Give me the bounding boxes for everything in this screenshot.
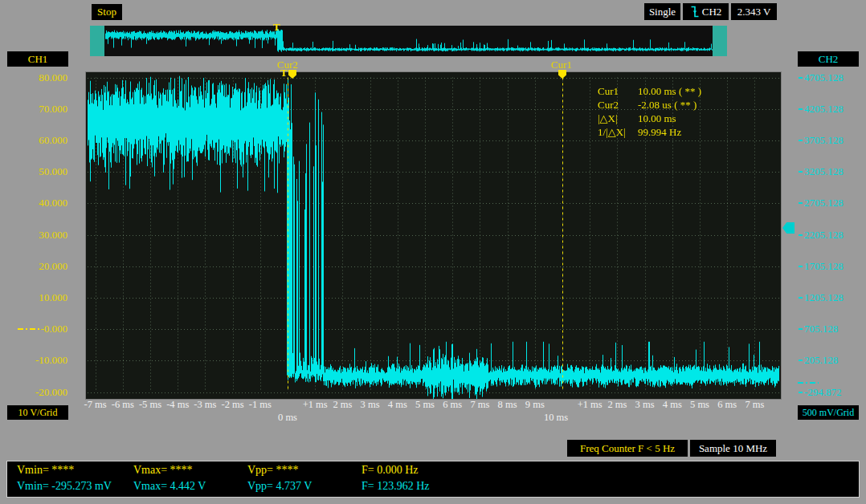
trigger-channel-label: CH2 <box>702 6 722 18</box>
ch2-axis-tick-label: 1705.128 <box>804 260 860 272</box>
ch2-axis-tick-label: 1205.128 <box>804 291 860 303</box>
ch1-axis-tick-label: 70.000 <box>5 103 67 115</box>
ch2-axis-tick-mark <box>799 77 803 79</box>
trigger-edge-icon <box>690 6 700 18</box>
x-axis-major-label: 10 ms <box>539 412 573 423</box>
ch2-axis-tick-mark <box>799 328 803 330</box>
ch1-label-box[interactable]: CH1 <box>7 51 68 67</box>
cur2-cursor-label: Cur2 <box>270 59 305 71</box>
ch2-axis-tick-mark <box>799 140 803 141</box>
cursor-readout-row: Cur110.00 ms ( ** ) <box>598 85 701 99</box>
ch1-axis-tick-label: 40.000 <box>5 197 67 209</box>
stop-button[interactable]: Stop <box>92 4 122 20</box>
readout-value: -2.08 us ( ** ) <box>638 99 696 111</box>
readout-value: 99.994 Hz <box>638 126 681 138</box>
x-axis-major-label: 0 ms <box>271 412 304 423</box>
cursor-readout: Cur110.00 ms ( ** ) Cur2-2.08 us ( ** ) … <box>598 85 701 140</box>
ch2-axis-tick-label: -294.872 <box>804 386 860 398</box>
ch2-axis-tick-label: 2205.128 <box>804 229 860 241</box>
overview-waveform-canvas <box>90 26 727 56</box>
readout-value: 10.00 ms <box>638 112 676 124</box>
ch2-axis-tick-mark <box>799 171 803 173</box>
readout-value: 10.00 ms ( ** ) <box>638 85 701 97</box>
overview-right-handle[interactable] <box>713 26 727 56</box>
cur1-cursor-label: Cur1 <box>544 59 579 71</box>
oscilloscope-app: Stop Single CH2 2.343 V T CH1 CH2 Cur2 C… <box>0 0 866 504</box>
overview-left-handle[interactable] <box>90 26 104 56</box>
ch1-axis-tick-label: 50.000 <box>5 165 67 177</box>
ch2-axis-tick-label: 3705.128 <box>804 134 860 146</box>
cursor-readout-row: 1/|△X|99.994 Hz <box>598 126 701 140</box>
record-overview-strip <box>90 26 727 56</box>
trigger-source-box[interactable]: CH2 <box>683 3 729 20</box>
x-axis-tick-label: 7 ms <box>737 399 771 410</box>
ch2-freq-value: F= 123.962 Hz <box>362 480 430 493</box>
ch2-axis-tick-mark <box>799 266 803 267</box>
freq-counter-box: Freq Counter F < 5 Hz <box>567 440 688 457</box>
trigger-level-value: 2.343 V <box>731 3 777 20</box>
ch2-axis-tick-mark <box>799 360 803 361</box>
ch2-level-marker[interactable] <box>782 222 795 234</box>
ch1-axis-tick-label: 30.000 <box>5 229 67 241</box>
ch2-axis-tick-mark <box>799 234 803 236</box>
ch2-axis-tick-mark <box>799 297 803 299</box>
ch2-axis-tick-mark <box>799 108 803 110</box>
ch2-axis-tick-label: 2705.128 <box>804 197 860 209</box>
ch2-scale-box[interactable]: 500 mV/Grid <box>798 405 859 420</box>
readout-name: |△X| <box>598 112 638 125</box>
x-axis-tick-label: 9 ms <box>518 399 552 410</box>
ch1-vmin-value: Vmin= **** <box>17 464 74 477</box>
trigger-position-marker[interactable]: T <box>280 67 288 78</box>
x-axis-tick-label: -1 ms <box>243 399 277 410</box>
ch1-axis-tick-label: -0.000 <box>5 323 67 335</box>
ch1-axis-tick-label: 80.000 <box>5 71 67 83</box>
ch2-axis-tick-label: 4705.128 <box>804 71 860 83</box>
ch2-axis-tick-label: 3205.128 <box>804 165 860 177</box>
ch2-axis-tick-label: 205.128 <box>804 354 860 366</box>
ch1-axis-tick-label: -10.000 <box>5 354 67 366</box>
measurement-panel: Vmin= **** Vmax= **** Vpp= **** F= 0.000… <box>6 461 860 498</box>
cursor-readout-row: Cur2-2.08 us ( ** ) <box>598 99 701 112</box>
ch2-ground-marker[interactable] <box>798 382 819 384</box>
ch2-axis-tick-mark <box>799 392 803 393</box>
ch1-vpp-value: Vpp= **** <box>247 464 299 477</box>
overview-trigger-marker[interactable]: T <box>273 22 280 32</box>
ch2-label-box[interactable]: CH2 <box>798 51 859 67</box>
ch2-axis-tick-label: 705.128 <box>804 323 860 335</box>
readout-name: Cur2 <box>598 99 638 112</box>
ch2-vpp-value: Vpp= 4.737 V <box>247 480 312 493</box>
ch1-axis-tick-label: 60.000 <box>5 134 67 146</box>
ch1-freq-value: F= 0.000 Hz <box>362 464 419 477</box>
single-button[interactable]: Single <box>644 3 680 20</box>
cursor-readout-row: |△X|10.00 ms <box>598 112 701 126</box>
ch2-axis-tick-label: 4205.128 <box>804 103 860 115</box>
readout-name: Cur1 <box>598 85 638 98</box>
ch1-axis-tick-label: 20.000 <box>5 260 67 272</box>
readout-name: 1/|△X| <box>598 126 638 139</box>
ch1-axis-tick-label: -20.000 <box>5 386 67 398</box>
ch2-vmax-value: Vmax= 4.442 V <box>133 480 206 493</box>
ch2-axis-tick-mark <box>799 202 803 204</box>
ch1-scale-box[interactable]: 10 V/Grid <box>7 405 68 420</box>
sample-rate-box: Sample 10 MHz <box>690 440 776 457</box>
ch1-axis-tick-label: 10.000 <box>5 291 67 303</box>
ch2-vmin-value: Vmin= -295.273 mV <box>17 480 112 493</box>
ch1-vmax-value: Vmax= **** <box>133 464 193 477</box>
